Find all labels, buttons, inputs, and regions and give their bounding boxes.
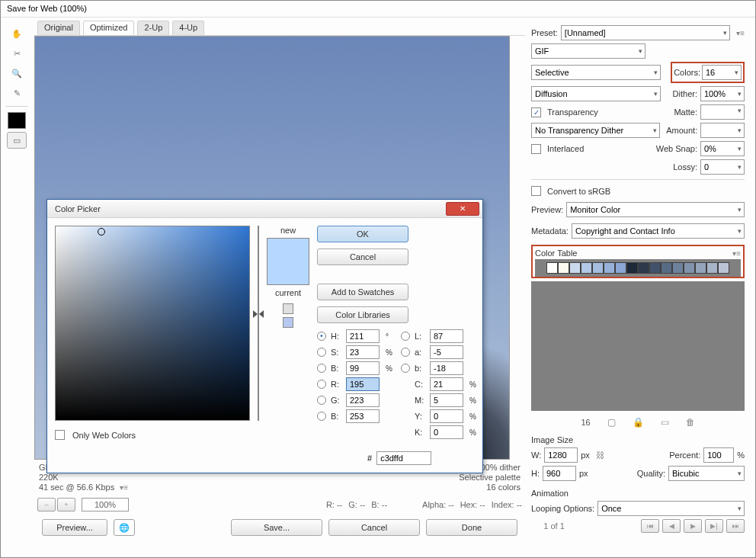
only-web-checkbox[interactable] — [55, 430, 65, 440]
ct-icon-trash[interactable]: 🗑 — [686, 417, 695, 428]
cancel-button[interactable]: Cancel — [328, 519, 420, 536]
b-input[interactable]: 253 — [346, 409, 380, 423]
zoom-input[interactable]: 100% — [82, 498, 129, 512]
m-input[interactable]: 5 — [430, 393, 463, 407]
color-table-cell[interactable] — [672, 262, 684, 274]
color-table-cell[interactable] — [649, 262, 661, 274]
color-table-cell[interactable] — [684, 262, 695, 274]
color-table-cell[interactable] — [581, 262, 592, 274]
tab-2up[interactable]: 2-Up — [137, 21, 169, 35]
save-button[interactable]: Save... — [231, 519, 322, 536]
color-table-cell[interactable] — [661, 262, 672, 274]
color-table-cell[interactable] — [546, 262, 558, 274]
saturation-value-field[interactable] — [55, 226, 250, 421]
zoom-out-button[interactable]: – — [37, 498, 56, 512]
gamut-warning-icon[interactable] — [283, 303, 293, 314]
picker-ok-button[interactable]: OK — [317, 226, 408, 242]
hue-slider[interactable] — [258, 226, 259, 421]
new-current-swatch[interactable] — [267, 238, 309, 285]
s-input[interactable]: 23 — [346, 345, 380, 359]
toggle-slices-icon[interactable]: ▭ — [7, 132, 27, 149]
slice-tool-icon[interactable]: ✂ — [7, 45, 27, 62]
r-input[interactable]: 195 — [346, 377, 380, 391]
radio-b[interactable] — [317, 412, 326, 421]
done-button[interactable]: Done — [426, 519, 517, 536]
picker-cancel-button[interactable]: Cancel — [317, 249, 408, 265]
tab-optimized[interactable]: Optimized — [83, 21, 135, 35]
color-table-cell[interactable] — [604, 262, 615, 274]
anim-next-icon[interactable]: ▶| — [705, 519, 723, 533]
interlaced-checkbox[interactable] — [531, 144, 541, 154]
radio-r[interactable] — [317, 380, 326, 389]
color-table-cell[interactable] — [626, 262, 638, 274]
add-to-swatches-button[interactable]: Add to Swatches — [317, 284, 408, 300]
preset-select[interactable]: [Unnamed] — [561, 25, 730, 40]
percent-input[interactable]: 100 — [703, 447, 734, 463]
color-table-cell[interactable] — [592, 262, 604, 274]
looping-select[interactable]: Once — [597, 501, 745, 516]
color-table[interactable] — [538, 262, 738, 274]
browser-preview-icon[interactable]: 🌐 — [114, 519, 135, 536]
g-input[interactable]: 223 — [346, 393, 380, 407]
radio-g[interactable] — [317, 396, 326, 405]
bb-input[interactable]: 99 — [346, 361, 380, 375]
preview-select[interactable]: Monitor Color — [566, 202, 745, 217]
lossy-value[interactable]: 0 — [700, 159, 745, 175]
preset-menu-icon[interactable]: ▾≡ — [736, 29, 745, 37]
hex-input[interactable]: c3dffd — [376, 451, 431, 465]
width-input[interactable]: 1280 — [544, 447, 578, 463]
color-table-cell[interactable] — [695, 262, 706, 274]
link-icon[interactable]: ⛓ — [596, 451, 604, 460]
radio-s[interactable] — [317, 348, 326, 357]
radio-a[interactable] — [401, 348, 410, 357]
radio-b2[interactable] — [401, 364, 410, 373]
dither-algo-select[interactable]: Diffusion — [531, 86, 661, 101]
anim-last-icon[interactable]: ⏭ — [726, 519, 745, 533]
a-input[interactable]: -5 — [430, 345, 463, 359]
sv-marker-icon[interactable] — [98, 228, 105, 236]
radio-l[interactable] — [401, 332, 410, 341]
color-table-cell[interactable] — [615, 262, 626, 274]
quality-select[interactable]: Bicubic — [668, 466, 745, 481]
radio-h[interactable] — [317, 332, 326, 341]
h-input[interactable]: 211 — [346, 329, 380, 343]
websafe-warning-icon[interactable] — [283, 317, 293, 328]
tab-original[interactable]: Original — [37, 21, 80, 35]
color-table-cell[interactable] — [718, 262, 729, 274]
zoom-in-button[interactable]: + — [57, 498, 75, 512]
height-input[interactable]: 960 — [543, 466, 576, 481]
anim-play-icon[interactable]: ▶ — [684, 519, 702, 533]
eyedropper-tool-icon[interactable]: ✎ — [7, 85, 27, 101]
k-input[interactable]: 0 — [430, 425, 463, 439]
picker-close-icon[interactable]: ✕ — [446, 202, 479, 216]
color-table-menu-icon[interactable]: ▾≡ — [732, 249, 741, 258]
srgb-checkbox[interactable] — [531, 186, 541, 196]
dither-value[interactable]: 100% — [700, 86, 745, 101]
ct-icon-lock[interactable]: 🔒 — [633, 417, 644, 428]
preview-button[interactable]: Preview... — [42, 519, 107, 536]
c-input[interactable]: 21 — [430, 377, 463, 391]
color-table-cell[interactable] — [569, 262, 581, 274]
color-table-cell[interactable] — [558, 262, 569, 274]
metadata-select[interactable]: Copyright and Contact Info — [572, 223, 745, 239]
trans-dither-select[interactable]: No Transparency Dither — [531, 123, 660, 138]
color-libraries-button[interactable]: Color Libraries — [317, 306, 408, 323]
ct-icon-new[interactable]: ▭ — [661, 417, 669, 428]
matte-select[interactable] — [700, 104, 745, 120]
l-input[interactable]: 87 — [430, 329, 463, 343]
y-input[interactable]: 0 — [430, 409, 463, 423]
radio-bb[interactable] — [317, 364, 326, 373]
ct-icon-1[interactable]: ▢ — [607, 417, 616, 428]
hand-tool-icon[interactable]: ✋ — [7, 25, 27, 42]
color-table-cell[interactable] — [706, 262, 718, 274]
amount-value[interactable] — [700, 123, 745, 138]
color-table-cell[interactable] — [638, 262, 649, 274]
colors-select[interactable]: 16 — [702, 65, 742, 80]
eyedropper-color-swatch[interactable] — [8, 112, 26, 129]
anim-prev-icon[interactable]: ◀ — [662, 519, 681, 533]
zoom-tool-icon[interactable]: 🔍 — [7, 65, 27, 82]
websnap-value[interactable]: 0% — [700, 141, 745, 156]
anim-first-icon[interactable]: ⏮ — [641, 519, 659, 533]
format-select[interactable]: GIF — [531, 43, 645, 59]
reduction-select[interactable]: Selective — [531, 65, 661, 80]
